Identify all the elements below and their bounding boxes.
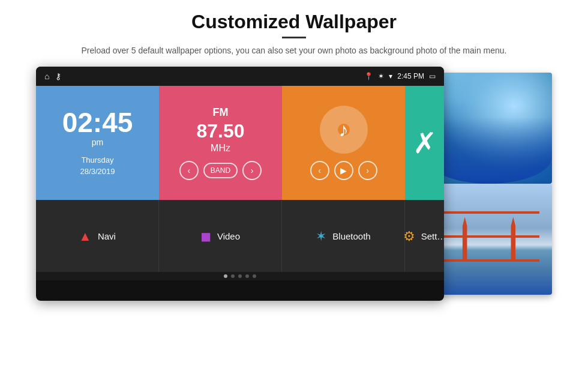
- settings-icon: ⚙: [403, 229, 415, 244]
- music-next-button[interactable]: ›: [358, 161, 377, 180]
- usb-icon: ⚷: [55, 71, 61, 81]
- dot-4: [245, 274, 249, 278]
- app-grid: 02:45 pm Thursday 28/3/2019 FM 87.50 MHz…: [36, 86, 444, 272]
- dot-5: [253, 274, 256, 278]
- bluetooth-status-icon: ✶: [378, 72, 384, 80]
- settings-label: Sett…: [421, 231, 444, 241]
- title-divider: [282, 37, 306, 38]
- page-subtitle: Preload over 5 default wallpaper options…: [81, 44, 506, 57]
- bluetooth-nav-tile[interactable]: ✶ Bluetooth: [282, 200, 405, 272]
- fm-prev-button[interactable]: ‹: [179, 161, 199, 180]
- ice-cave-photo: [426, 73, 552, 184]
- clock-datenum: 28/3/2019: [80, 167, 115, 176]
- clock-tile[interactable]: 02:45 pm Thursday 28/3/2019: [36, 86, 159, 200]
- page-indicator: [36, 272, 444, 280]
- fm-next-button[interactable]: ›: [242, 161, 262, 180]
- status-bar: ⌂ ⚷ 📍 ✶ ▾ 2:45 PM ▭: [36, 67, 444, 86]
- bluetooth-main-icon: ✗: [413, 126, 437, 160]
- navi-label: Navi: [98, 231, 116, 241]
- clock-ampm: pm: [92, 137, 103, 147]
- main-content: ⌂ ⚷ 📍 ✶ ▾ 2:45 PM ▭ 02:45 pm Thursday 28…: [36, 67, 552, 301]
- battery-status-icon: ▭: [429, 72, 436, 80]
- music-controls: ‹ ▶ ›: [310, 161, 377, 180]
- status-left-icons: ⌂ ⚷: [44, 71, 61, 81]
- wallpaper-preview-bottom: [426, 184, 552, 295]
- settings-nav-tile[interactable]: ⚙ Sett…: [405, 200, 444, 272]
- fm-band-label[interactable]: BAND: [203, 163, 238, 178]
- video-icon: ◼: [200, 229, 211, 244]
- bridge-photo: [426, 184, 552, 295]
- status-time: 2:45 PM: [397, 72, 424, 80]
- video-nav-tile[interactable]: ◼ Video: [159, 200, 282, 272]
- clock-day: Thursday: [81, 155, 113, 164]
- bluetooth-label: Bluetooth: [332, 231, 370, 241]
- car-screen: ⌂ ⚷ 📍 ✶ ▾ 2:45 PM ▭ 02:45 pm Thursday 28…: [36, 67, 444, 301]
- navigate-icon: ▲: [79, 229, 92, 244]
- music-prev-button[interactable]: ‹: [310, 161, 329, 180]
- dot-3: [238, 274, 242, 278]
- music-tile[interactable]: ♪ ‹ ▶ ›: [282, 86, 405, 200]
- music-disc: ♪: [320, 106, 368, 154]
- fm-tile[interactable]: FM 87.50 MHz ‹ BAND ›: [159, 86, 282, 200]
- fm-label: FM: [213, 106, 229, 119]
- bluetooth-tile[interactable]: ✗: [405, 86, 444, 200]
- music-play-button[interactable]: ▶: [334, 161, 353, 180]
- clock-time: 02:45: [62, 109, 133, 136]
- dot-1: [224, 274, 227, 278]
- navi-nav-tile[interactable]: ▲ Navi: [36, 200, 159, 272]
- video-label: Video: [217, 231, 240, 241]
- wifi-status-icon: ▾: [389, 72, 392, 80]
- bluetooth-nav-icon: ✶: [316, 229, 326, 244]
- location-status-icon: 📍: [364, 72, 373, 80]
- home-icon: ⌂: [44, 71, 49, 81]
- status-right-area: 📍 ✶ ▾ 2:45 PM ▭: [364, 72, 436, 80]
- fm-controls: ‹ BAND ›: [179, 161, 262, 180]
- fm-frequency: 87.50: [196, 121, 244, 140]
- music-note-icon: ♪: [339, 119, 349, 141]
- clock-date: Thursday 28/3/2019: [80, 154, 115, 178]
- dot-2: [231, 274, 235, 278]
- wallpaper-preview-top: [426, 73, 552, 184]
- page-title: Customized Wallpaper: [191, 11, 397, 33]
- fm-unit: MHz: [211, 143, 230, 154]
